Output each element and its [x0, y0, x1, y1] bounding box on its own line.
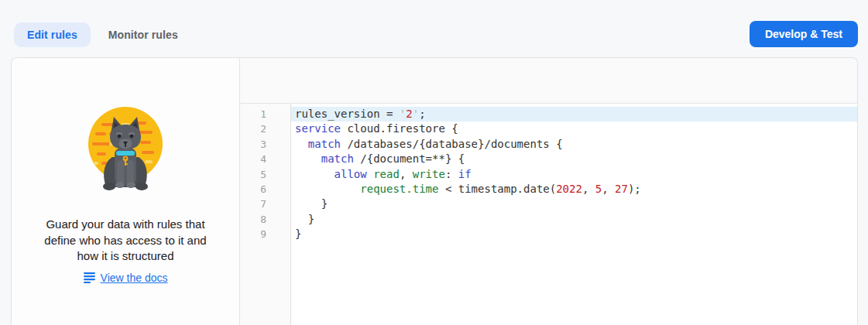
- code-line[interactable]: service cloud.firestore {: [291, 121, 857, 136]
- code-line[interactable]: match /databases/{database}/documents {: [291, 137, 857, 152]
- line-number: 3: [240, 137, 290, 152]
- code-lines[interactable]: rules_version = '2';service cloud.firest…: [291, 104, 857, 325]
- line-number: 1: [240, 107, 290, 121]
- rules-card: Guard your data with rules that define w…: [11, 57, 858, 325]
- line-number: 5: [240, 167, 290, 182]
- editor-toolbar: [240, 58, 857, 104]
- code-line[interactable]: }: [291, 227, 857, 241]
- line-number: 8: [240, 212, 290, 227]
- view-docs-link[interactable]: View the docs: [101, 272, 168, 284]
- code-line[interactable]: rules_version = '2';: [291, 107, 857, 121]
- docs-lines-icon: [84, 272, 95, 283]
- rules-sidebar: Guard your data with rules that define w…: [12, 58, 240, 325]
- editor-body[interactable]: 123456789 rules_version = '2';service cl…: [240, 104, 857, 325]
- code-line[interactable]: }: [291, 197, 857, 211]
- view-docs-row[interactable]: View the docs: [84, 272, 168, 284]
- tab-edit-rules[interactable]: Edit rules: [14, 22, 91, 47]
- code-line[interactable]: }: [291, 212, 857, 227]
- line-number: 4: [240, 152, 290, 166]
- line-number: 6: [240, 182, 290, 197]
- code-line[interactable]: allow read, write: if: [291, 167, 857, 182]
- tab-monitor-rules[interactable]: Monitor rules: [95, 22, 191, 47]
- rules-tabs: Edit rules Monitor rules: [14, 22, 191, 47]
- line-number: 2: [240, 121, 290, 136]
- top-bar: Edit rules Monitor rules Develop & Test: [0, 0, 868, 57]
- line-number-gutter: 123456789: [240, 104, 291, 325]
- sidebar-description: Guard your data with rules that define w…: [44, 217, 206, 265]
- guard-dog-illustration: [78, 100, 173, 194]
- code-line[interactable]: match /{document=**} {: [291, 152, 857, 166]
- rules-editor: 123456789 rules_version = '2';service cl…: [240, 58, 857, 325]
- line-number: 9: [240, 227, 290, 241]
- line-number: 7: [240, 197, 290, 211]
- develop-and-test-button[interactable]: Develop & Test: [750, 21, 858, 47]
- code-line[interactable]: request.time < timestamp.date(2022, 5, 2…: [291, 182, 857, 197]
